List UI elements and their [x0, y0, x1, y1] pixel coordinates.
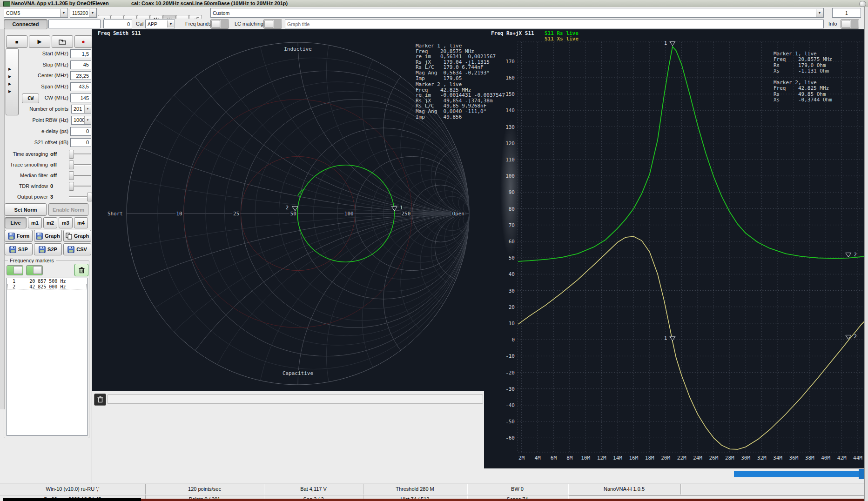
field-input-stop-mhz-[interactable]: 45 [70, 60, 91, 69]
save-button-s1p-0[interactable]: S1P [5, 243, 33, 255]
chevron-down-icon[interactable]: ▼ [89, 9, 96, 17]
smith-scrollbar[interactable] [107, 394, 483, 404]
stop-button[interactable]: ■ [6, 35, 27, 48]
serial-text-field[interactable] [48, 20, 101, 28]
field-input-e-delay-ps-[interactable]: 0 [70, 127, 91, 136]
expand-arrow-icon[interactable]: ▶ [8, 74, 11, 79]
nanovna-app-window: NanoVNA-App v1.1.205 by OneOfEleven cal:… [0, 0, 868, 501]
status-cell-0: Win-10 (v10.0) ru-RU ',' [2, 486, 143, 492]
slider-output-power[interactable] [69, 193, 91, 200]
slider-tdr-window[interactable] [69, 182, 91, 190]
slider-thumb[interactable] [69, 160, 74, 169]
field-input-s21-offset-db-[interactable]: 0 [70, 138, 91, 147]
marker-frequency-list[interactable]: 1 20 857 500 Hz 2 42 825 000 Hz [7, 278, 87, 436]
trash-icon [79, 267, 85, 274]
open-folder-button[interactable] [52, 35, 73, 48]
legend-rs: S11 Rs live [545, 31, 579, 36]
mem-button-m2[interactable]: m2 [43, 217, 57, 228]
chevron-down-icon[interactable]: ▼ [816, 9, 823, 17]
button-label: Graph [74, 233, 89, 239]
rplot-marker2-info: Marker 2, live Freq 42,825 MHz Rs 49,85 … [774, 80, 832, 103]
scan-progress-cap [859, 469, 864, 479]
enable-norm-button[interactable]: Enable Norm [48, 203, 88, 216]
field-label-3: Span (MHz) [19, 84, 68, 89]
cal-mode-select[interactable]: APP ▼ [145, 20, 175, 28]
field-input-cw-mhz-[interactable]: 145 [70, 94, 91, 102]
toolbar-row1: COM5 ▼ 115200 ▼ ✱▲▲▣◉⊕ Custom ▼ 1 [0, 7, 868, 19]
profile-select[interactable]: Custom ▼ [210, 8, 824, 18]
record-button[interactable]: ● [74, 35, 92, 48]
save-button-form-0[interactable]: Form [5, 230, 33, 242]
mem-button-m4[interactable]: m4 [74, 217, 88, 228]
trash-icon [97, 396, 103, 403]
com-port-select[interactable]: COM5 ▼ [4, 8, 68, 18]
field-input-center-mhz-[interactable]: 23,25 [70, 71, 91, 80]
record-icon: ● [81, 38, 85, 45]
marker-list-item[interactable]: 1 20 857 500 Hz [7, 278, 87, 284]
copy-icon [66, 233, 72, 240]
slider-value-1: off [50, 162, 57, 167]
mem-button-live[interactable]: Live [5, 217, 27, 228]
expand-arrow-icon[interactable]: ▶ [8, 82, 11, 86]
mem-button-m1[interactable]: m1 [28, 217, 42, 228]
legend-xs: S11 Xs live [545, 36, 579, 42]
cal-label: Cal [136, 21, 144, 27]
field-label-5: Number of points [19, 106, 68, 112]
expand-panel-button[interactable] [6, 48, 19, 115]
expand-arrow-icon[interactable]: ▶ [8, 89, 11, 94]
save-button-graph-1[interactable]: Graph [34, 230, 62, 242]
taskbar-fragment [3, 498, 141, 501]
slider-thumb[interactable] [69, 182, 74, 191]
floppy-icon [67, 246, 74, 253]
field-input-number-of-points[interactable]: 201▼ [71, 105, 91, 114]
rs-jx-plot-panel[interactable] [484, 391, 864, 468]
field-input-span-mhz-[interactable]: 43,5 [70, 82, 91, 91]
slider-thumb[interactable] [69, 150, 74, 159]
chevron-down-icon[interactable]: ▼ [60, 9, 67, 17]
slider-value-0: off [50, 151, 57, 157]
info-label: Info [828, 21, 837, 27]
chevron-down-icon[interactable]: ▼ [167, 20, 174, 27]
button-label: CSV [76, 247, 87, 252]
chevron-down-icon[interactable]: ▼ [84, 116, 91, 124]
baud-rate-select[interactable]: 115200 ▼ [70, 8, 97, 18]
set-norm-button[interactable]: Set Norm [5, 203, 47, 216]
mem-button-m3[interactable]: m3 [59, 217, 73, 228]
slider-trace-smoothing[interactable] [69, 160, 91, 168]
field-label-1: Stop (MHz) [19, 62, 68, 67]
save-button-graph-2[interactable]: Graph [63, 230, 91, 242]
freq-bands-toggle[interactable] [210, 19, 229, 29]
marker2-toggle[interactable] [26, 265, 43, 275]
titlebar: NanoVNA-App v1.1.205 by OneOfEleven cal:… [0, 0, 868, 7]
rplot-marker1-info: Marker 1, live Freq 20,8575 MHz Rs 179,0… [774, 51, 832, 74]
cw-mode-button[interactable]: CW [22, 94, 39, 103]
field-input-point-rbw-hz-[interactable]: 1000▼ [71, 116, 91, 125]
scan-progress-bar [734, 471, 860, 477]
spin-field[interactable]: 1 [832, 8, 861, 18]
connected-button[interactable]: Connected [4, 19, 47, 29]
slider-value-4: 3 [50, 194, 53, 200]
save-button-csv-2[interactable]: CSV [63, 243, 91, 255]
lc-matching-toggle[interactable] [263, 19, 282, 29]
field-input-start-mhz-[interactable]: 1,5 [70, 49, 91, 58]
slider-value-3: 0 [50, 183, 53, 189]
save-button-s2p-1[interactable]: S2P [34, 243, 62, 255]
graph-title-input[interactable] [285, 20, 824, 28]
stop-icon: ■ [15, 39, 19, 45]
expand-arrow-icon[interactable]: ▶ [8, 67, 11, 71]
marker1-toggle[interactable] [7, 265, 23, 275]
delete-markers-button[interactable] [74, 264, 88, 276]
chevron-down-icon[interactable]: ▼ [84, 105, 91, 113]
slider-thumb[interactable] [69, 171, 74, 180]
info-toggle[interactable] [841, 19, 859, 29]
freq-offset-field[interactable]: 0 [103, 20, 132, 28]
clear-trace-button[interactable] [94, 394, 106, 406]
desktop-background-strip [141, 499, 868, 501]
slider-median-filter[interactable] [69, 171, 91, 179]
slider-thumb[interactable] [87, 193, 92, 201]
app-icon [3, 1, 10, 7]
slider-time-averaging[interactable] [69, 150, 91, 158]
play-button[interactable]: ▶ [29, 35, 50, 48]
marker-list-item[interactable]: 2 42 825 000 Hz [7, 284, 87, 289]
window-minimize-button[interactable] [859, 1, 866, 7]
